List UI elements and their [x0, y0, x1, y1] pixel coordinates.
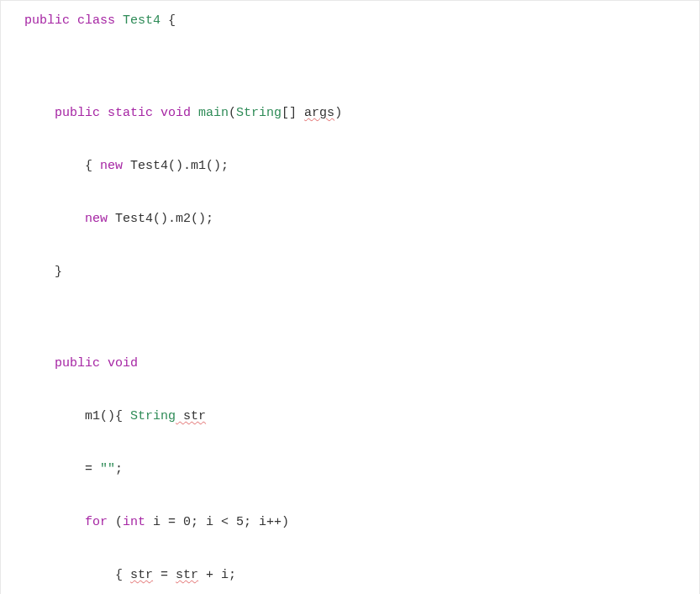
code-line: = ""; [24, 456, 699, 483]
code-line: { str = str + i; [24, 562, 699, 589]
code-line: { new Test4().m1(); [24, 153, 699, 180]
code-line: public void [24, 350, 699, 377]
code-line: m1(){ String str [24, 403, 699, 430]
code-line [24, 312, 699, 324]
code-line: } [24, 259, 699, 286]
code-line: public static void main(String[] args) [24, 100, 699, 127]
code-block: public class Test4 { public static void … [24, 8, 699, 594]
code-line: new Test4().m2(); [24, 206, 699, 233]
code-line: for (int i = 0; i < 5; i++) [24, 509, 699, 536]
code-line [24, 60, 699, 73]
code-line: public class Test4 { [24, 8, 699, 34]
